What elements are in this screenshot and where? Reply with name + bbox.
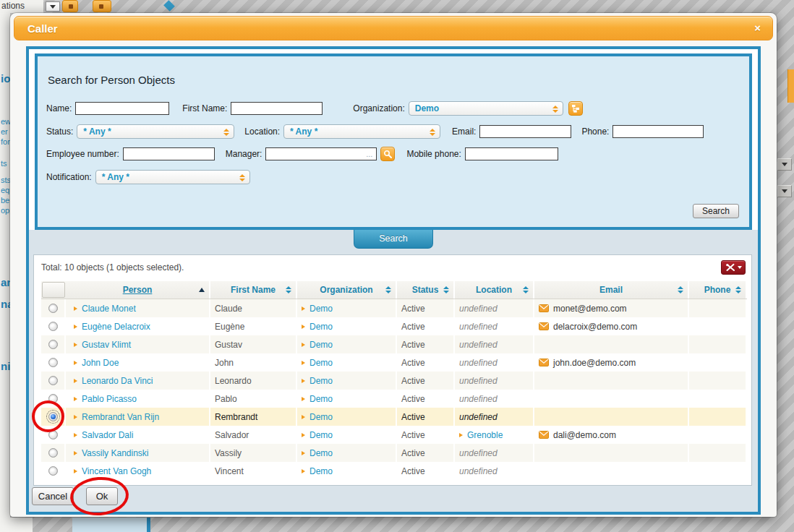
email-cell [534,372,689,390]
column-header[interactable]: Status [397,281,455,299]
table-row[interactable]: Gustav Klimt Gustav Demo Active undefine… [41,335,747,353]
mobile-phone-input[interactable] [465,147,558,160]
row-radio-button[interactable] [48,394,58,403]
person-link[interactable]: Claude Monet [82,304,136,314]
mail-icon [539,359,549,366]
location-text: undefined [459,466,498,476]
results-table-header: Person First Name Organization Status Lo… [41,281,747,299]
table-row[interactable]: Rembrandt Van Rijn Rembrandt Demo Active… [41,408,747,426]
person-link[interactable]: Gustav Klimt [82,340,131,350]
person-link[interactable]: Rembrandt Van Rijn [82,412,159,422]
caller-dialog: Caller × Search for Person Objects Name:… [10,13,777,517]
page: ations ioewerfortsstsequbenoppannanis Ca… [0,0,794,532]
sort-icon[interactable] [523,286,529,293]
status-select[interactable]: * Any * [77,124,234,139]
table-row[interactable]: Pablo Picasso Pablo Demo Active undefine… [41,390,747,408]
sort-icon[interactable] [678,286,683,293]
chevron-down-icon [50,5,56,9]
search-tab[interactable]: Search [354,230,433,249]
row-radio-button[interactable] [48,358,58,367]
search-button[interactable]: Search [693,204,739,218]
status-cell: Active [397,408,455,426]
person-link[interactable]: Vincent Van Gogh [82,466,151,476]
org-tree-button[interactable] [568,101,583,116]
column-header[interactable]: Organization [297,281,397,299]
cancel-button[interactable]: Cancel [32,487,74,505]
notification-select[interactable]: * Any * [95,170,250,184]
person-link[interactable]: Salvador Dali [82,430,133,440]
row-radio-button[interactable] [48,430,58,439]
column-header[interactable]: Person [66,281,210,299]
person-link[interactable]: Eugène Delacroix [82,322,150,332]
row-radio-button[interactable] [48,412,58,421]
background-icon [99,4,103,9]
sort-icon[interactable] [286,286,291,293]
person-link[interactable]: John Doe [82,358,119,368]
dropdown-arrows-icon [239,174,245,181]
manager-search-button[interactable] [380,147,395,161]
manager-label: Manager: [226,149,262,159]
table-row[interactable]: Claude Monet Claude Demo Active undefine… [41,299,747,317]
organization-link[interactable]: Demo [310,394,333,404]
organization-link[interactable]: Demo [310,466,333,476]
sort-icon[interactable] [199,288,205,292]
bullet-icon [74,415,77,419]
close-icon[interactable]: × [754,22,761,33]
employee-number-input[interactable] [123,147,215,160]
phone-cell [689,390,747,408]
background-text-fragment: nis [1,360,10,372]
location-select[interactable]: * Any * [283,124,440,139]
sort-icon[interactable] [443,286,449,293]
bullet-icon [74,397,77,401]
table-row[interactable]: John Doe John Demo Active undefined john… [41,353,747,372]
organization-cell: Demo [297,372,397,390]
row-radio-button[interactable] [48,322,58,331]
mobile-phone-label: Mobile phone: [406,149,461,159]
tools-icon [725,263,736,272]
column-header-label: Phone [704,285,731,295]
organization-link[interactable]: Demo [310,322,333,332]
person-link[interactable]: Leonardo Da Vinci [82,376,153,386]
background-bottom-fragment [0,518,33,532]
organization-select[interactable]: Demo [409,101,563,116]
row-radio-button[interactable] [48,466,58,476]
results-total: Total: 10 objects (1 objects selected). [41,260,184,273]
column-header[interactable]: Phone [689,281,747,299]
table-row[interactable]: Eugène Delacroix Eugène Demo Active unde… [41,317,747,335]
email-input[interactable] [479,125,571,138]
mail-icon [539,304,549,312]
status-cell: Active [397,372,455,390]
column-header-label: First Name [231,285,276,295]
organization-link[interactable]: Demo [310,304,333,314]
bullet-icon [74,361,77,365]
row-radio-button[interactable] [48,376,58,385]
table-row[interactable]: Vassily Kandinski Vassily Demo Active un… [41,444,747,462]
organization-link[interactable]: Demo [310,340,333,350]
name-input[interactable] [75,102,169,115]
column-header[interactable]: Location [455,281,534,299]
table-row[interactable]: Salvador Dali Salvador Demo Active Greno… [41,426,747,444]
column-header[interactable]: First Name [210,281,297,299]
table-row[interactable]: Vincent Van Gogh Vincent Demo Active und… [41,462,747,480]
sort-icon[interactable] [735,286,741,293]
organization-link[interactable]: Demo [310,412,333,422]
ok-button[interactable]: Ok [86,487,118,505]
background-left-panel: ioewerfortsstsequbenoppannanis [0,13,10,518]
column-header[interactable]: Email [534,281,689,299]
row-radio-button[interactable] [48,304,58,313]
phone-input[interactable] [612,125,704,138]
organization-link[interactable]: Demo [310,430,333,440]
organization-link[interactable]: Demo [310,376,333,386]
organization-link[interactable]: Demo [310,358,333,368]
row-radio-button[interactable] [48,448,58,458]
person-link[interactable]: Pablo Picasso [82,394,137,404]
first-name-input[interactable] [231,102,323,115]
sort-icon[interactable] [385,286,391,293]
tools-menu-button[interactable] [721,260,746,275]
organization-link[interactable]: Demo [310,448,333,458]
row-radio-button[interactable] [48,340,58,349]
table-row[interactable]: Leonardo Da Vinci Leonardo Demo Active u… [41,372,747,390]
organization-label: Organization: [353,103,404,113]
manager-input[interactable] [265,147,377,160]
person-link[interactable]: Vassily Kandinski [82,448,148,458]
